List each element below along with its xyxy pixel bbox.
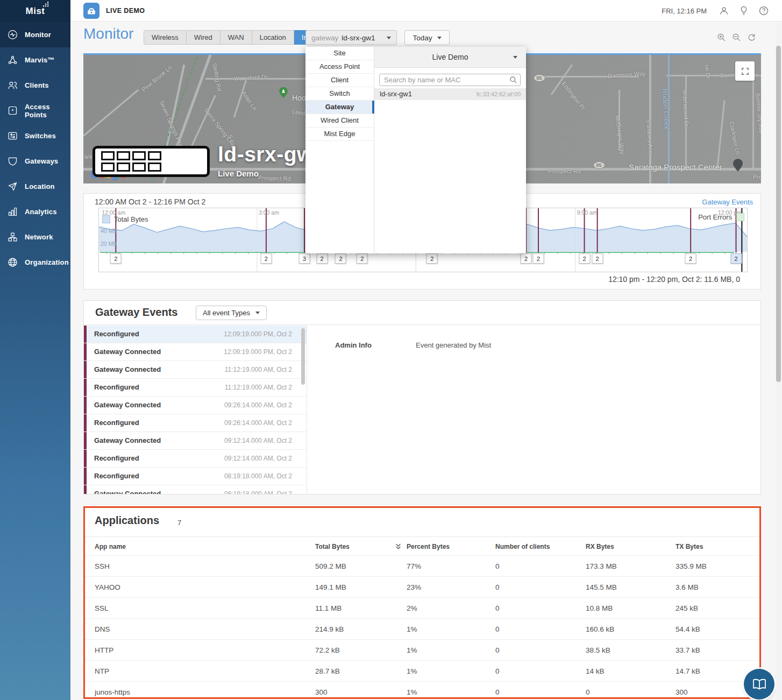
event-detail-panel: Admin Info Event generated by Mist <box>307 326 760 494</box>
event-row[interactable]: Reconfigured08:19:18.000 AM, Oct 2 <box>84 468 307 485</box>
event-row[interactable]: Gateway Connected09:26:14.000 AM, Oct 2 <box>84 397 307 414</box>
sidebar-item-gateways[interactable]: Gateways <box>0 149 70 174</box>
event-row[interactable]: Gateway Connected11:12:19.000 AM, Oct 2 <box>84 361 307 379</box>
application-row[interactable]: HTTP72.2 kB1%038.5 kB33.7 kB <box>85 639 759 660</box>
device-ports <box>101 151 161 172</box>
tab-wired[interactable]: Wired <box>187 30 221 45</box>
cell-percent: 1% <box>407 625 417 633</box>
fullscreen-button[interactable] <box>735 61 755 81</box>
event-row[interactable]: Reconfigured12:09:19.000 PM, Oct 2 <box>84 326 307 343</box>
event-row[interactable]: Gateway Connected09:12:14.000 AM, Oct 2 <box>84 432 307 450</box>
sidebar-item-analytics[interactable]: Analytics <box>0 199 70 224</box>
event-count-badge[interactable]: 2 <box>521 253 532 264</box>
monitor-icon <box>7 29 18 40</box>
application-row[interactable]: YAHOO149.1 MB23%0145.5 MB3.6 MB <box>85 576 759 597</box>
sidebar-item-clients[interactable]: Clients <box>0 73 70 98</box>
event-count-badge[interactable]: 2 <box>335 253 346 264</box>
mist-logo[interactable]: Mist <box>0 0 70 22</box>
event-row[interactable]: Gateway Connected12:09:19.000 PM, Oct 2 <box>84 343 307 361</box>
gateway-events-link[interactable]: Gateway Events <box>702 198 753 206</box>
map-label: Clarkspur Ln <box>728 121 742 155</box>
entity-category-gateway[interactable]: Gateway <box>305 101 374 114</box>
event-row[interactable]: Reconfigured09:26:14.000 AM, Oct 2 <box>84 414 307 432</box>
zoom-in-icon[interactable] <box>717 33 726 42</box>
entity-category-switch[interactable]: Switch <box>305 87 374 101</box>
event-count-badge[interactable]: 3 <box>298 253 310 264</box>
column-header-tx-bytes[interactable]: TX Bytes <box>676 543 703 550</box>
entity-category-access-point[interactable]: Access Point <box>305 60 374 74</box>
search-input[interactable] <box>379 74 521 86</box>
event-count-badge[interactable]: 2 <box>110 253 122 264</box>
sidebar-item-location[interactable]: Location <box>0 174 70 199</box>
sidebar-item-label: Analytics <box>25 208 57 216</box>
sidebar-item-access-points[interactable]: Access Points <box>0 98 70 123</box>
event-count-badge[interactable]: 2 <box>592 253 603 264</box>
refresh-icon[interactable] <box>747 33 756 42</box>
event-type-filter[interactable]: All event Types <box>196 306 267 320</box>
fullscreen-icon <box>741 67 750 76</box>
event-count-badge[interactable]: 2 <box>316 253 328 264</box>
cell-rx: 14 kB <box>586 667 605 675</box>
event-row[interactable]: Gateway Connected08:19:18.000 AM, Oct 2 <box>84 485 307 494</box>
sort-descending-icon[interactable] <box>395 543 402 550</box>
site-selector[interactable]: Live Demo <box>374 47 526 68</box>
application-row[interactable]: SSH509.2 MB77%0173.3 MB335.9 MB <box>85 555 759 576</box>
sidebar-item-marvis[interactable]: Marvis™ <box>0 47 70 73</box>
entity-category-site[interactable]: Site <box>305 47 374 60</box>
tab-wan[interactable]: WAN <box>221 30 252 45</box>
sidebar-item-switches[interactable]: Switches <box>0 123 70 149</box>
zoom-out-icon[interactable] <box>732 33 741 42</box>
column-header-number-of-clients[interactable]: Number of clients <box>495 543 550 550</box>
column-header-percent-bytes[interactable]: Percent Bytes <box>407 543 450 550</box>
docs-button[interactable] <box>744 669 774 699</box>
time-range-value: Today <box>413 34 432 42</box>
event-count-badge[interactable]: 2 <box>579 253 590 264</box>
application-row[interactable]: NTP28.7 kB1%014 kB14.7 kB <box>85 660 759 681</box>
event-count-badge[interactable]: 2 <box>532 253 544 264</box>
entity-category-mist-edge[interactable]: Mist Edge <box>305 128 374 141</box>
event-count-badge[interactable]: 2 <box>730 253 742 264</box>
sidebar-item-label: Switches <box>25 132 56 140</box>
bulb-icon[interactable] <box>738 5 749 16</box>
event-severity-bar <box>84 414 87 432</box>
application-row[interactable]: junos-https3001%00300 <box>85 681 759 700</box>
event-row[interactable]: Reconfigured09:12:14.000 AM, Oct 2 <box>84 450 307 468</box>
applications-table: App nameTotal BytesPercent BytesNumber o… <box>85 536 759 697</box>
event-severity-bar <box>84 326 87 343</box>
tab-location[interactable]: Location <box>252 30 294 45</box>
event-count-badge[interactable]: 2 <box>357 253 368 264</box>
sidebar-item-network[interactable]: Network <box>0 224 70 250</box>
entity-category-wired-client[interactable]: Wired Client <box>305 114 374 128</box>
tab-wireless[interactable]: Wireless <box>144 30 187 45</box>
gateways-icon <box>7 155 18 167</box>
sidebar-item-monitor[interactable]: Monitor <box>0 22 70 47</box>
map-label: Prospect Rd <box>548 168 581 174</box>
scrollbar-thumb[interactable] <box>776 46 781 382</box>
column-header-rx-bytes[interactable]: RX Bytes <box>586 543 614 550</box>
sidebar-item-organization[interactable]: Organization <box>0 250 70 275</box>
cell-clients: 0 <box>495 688 500 696</box>
help-icon[interactable] <box>758 5 769 16</box>
entity-result-ld-srx-gw1[interactable]: ld-srx-gw1fc:33:42:62:af:00 <box>374 88 526 100</box>
user-icon[interactable] <box>719 5 729 16</box>
event-count-badge[interactable]: 2 <box>426 253 438 264</box>
highway-shield: 85 <box>534 74 545 82</box>
event-row[interactable]: Reconfigured11:12:19.000 AM, Oct 2 <box>84 379 307 397</box>
org-selector[interactable]: LIVE DEMO <box>83 3 145 19</box>
search-icon <box>509 76 517 84</box>
page-scrollbar[interactable] <box>776 24 781 700</box>
time-range-selector[interactable]: Today <box>404 30 450 45</box>
cell-rx: 160.6 kB <box>586 625 614 633</box>
column-header-app-name[interactable]: App name <box>95 543 126 550</box>
total-bytes-swatch <box>102 215 110 223</box>
event-count-badge[interactable]: 2 <box>685 253 696 264</box>
entity-category-client[interactable]: Client <box>305 74 374 87</box>
column-header-total-bytes[interactable]: Total Bytes <box>315 543 350 550</box>
events-scrollbar[interactable] <box>301 328 305 385</box>
event-type: Gateway Connected <box>94 365 161 373</box>
application-row[interactable]: DNS214.9 kB1%0160.6 kB54.4 kB <box>85 618 759 639</box>
entity-selector[interactable]: gateway ld-srx-gw1 <box>305 30 397 45</box>
event-count-badge[interactable]: 2 <box>260 253 272 264</box>
cell-total: 28.7 kB <box>315 667 340 675</box>
application-row[interactable]: SSL11.1 MB2%010.8 MB245 kB <box>85 597 759 618</box>
